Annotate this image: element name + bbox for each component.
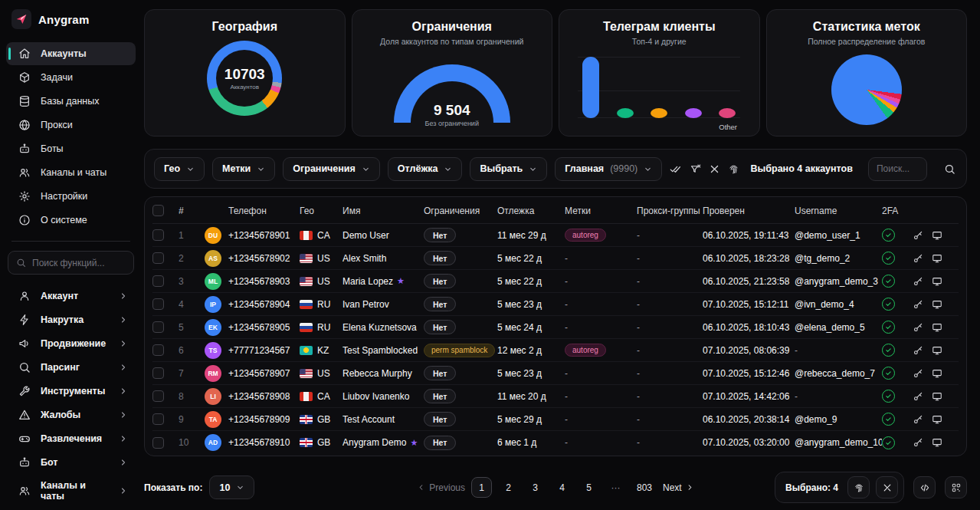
code-icon [919, 482, 930, 493]
row-checkbox[interactable] [152, 413, 164, 425]
monitor-icon[interactable] [932, 299, 942, 310]
row-number: 6 [179, 345, 184, 356]
key-icon[interactable] [913, 414, 923, 425]
monitor-icon[interactable] [932, 322, 942, 333]
sidebar-group-entertainment[interactable]: Развлечения [6, 426, 136, 450]
table-row[interactable]: 9TA+12345678909GBTest AccountНет5 мес 29… [152, 408, 959, 431]
page-button-last[interactable]: 803 [632, 477, 657, 498]
search-submit-button[interactable] [944, 158, 955, 179]
page-button-2[interactable]: 2 [498, 477, 519, 498]
cell-num: 4 [179, 299, 205, 310]
fingerprint-button[interactable] [728, 158, 739, 179]
qr-code-button[interactable] [945, 476, 967, 498]
row-checkbox[interactable] [152, 321, 164, 333]
page-size-select[interactable]: 10 [209, 475, 254, 499]
sidebar-group-boost[interactable]: Накрутка [6, 308, 136, 331]
filter-dropdown-main-db[interactable]: Главная(9990) [555, 157, 662, 181]
next-page-button[interactable]: Next [663, 482, 694, 493]
row-checkbox[interactable] [152, 252, 164, 264]
filter-dropdown-tags[interactable]: Метки [212, 157, 275, 181]
sidebar-item-tasks[interactable]: Задачи [6, 66, 136, 89]
row-checkbox[interactable] [152, 437, 164, 449]
sidebar-group-bot[interactable]: Бот [6, 450, 136, 474]
account-name: Maria Lopez [343, 276, 393, 287]
page-button-4[interactable]: 4 [552, 477, 572, 498]
monitor-icon[interactable] [932, 437, 942, 448]
table-row[interactable]: 1DU+12345678901CADemo UserНет11 мес 29 д… [152, 224, 959, 247]
sidebar-group-account[interactable]: Аккаунт [6, 284, 136, 308]
filter-dropdown-geo[interactable]: Гео [154, 157, 205, 181]
sidebar-group-promotion[interactable]: Продвижение [6, 331, 136, 355]
sidebar-group-parsing[interactable]: Парсинг [6, 355, 136, 379]
selection-fingerprint-button[interactable] [847, 476, 870, 498]
clear-filters-button[interactable] [690, 158, 701, 179]
cell-cb [152, 229, 179, 241]
select-all-checkbox[interactable] [152, 205, 164, 216]
sidebar-search-input[interactable] [32, 258, 126, 268]
monitor-icon[interactable] [932, 276, 942, 287]
row-checkbox[interactable] [152, 298, 164, 310]
key-icon[interactable] [913, 299, 923, 310]
table-search-input[interactable] [877, 163, 919, 174]
row-checkbox[interactable] [152, 275, 164, 287]
key-icon[interactable] [913, 322, 923, 333]
table-row[interactable]: 10AD+12345678910GBAnygram Demo★Нет6 мес … [152, 431, 959, 454]
monitor-icon[interactable] [932, 230, 942, 241]
sidebar-item-channels[interactable]: Каналы и чаты [6, 161, 136, 184]
key-icon[interactable] [913, 345, 923, 356]
select-all-button[interactable] [670, 158, 681, 179]
monitor-icon[interactable] [932, 391, 942, 402]
key-icon[interactable] [913, 230, 923, 241]
page-button-1[interactable]: 1 [471, 477, 492, 498]
sidebar-group-scripts[interactable]: Скрипты [6, 507, 136, 510]
key-icon[interactable] [913, 368, 923, 379]
row-checkbox[interactable] [152, 390, 164, 402]
sidebar-group-tools[interactable]: Инструменты [6, 379, 136, 403]
table-row[interactable]: 2AS+12345678902USAlex SmithНет5 мес 22 д… [152, 247, 959, 270]
previous-page-button[interactable]: Previous [417, 482, 465, 493]
monitor-icon[interactable] [932, 253, 942, 264]
table-row[interactable]: 7RM+12345678907USRebecca MurphyНет5 мес … [152, 362, 959, 385]
cell-num: 5 [179, 322, 205, 333]
filter-dropdown-restrictions[interactable]: Ограничения [283, 157, 380, 181]
cell-restr: perm spamblock [424, 344, 497, 357]
table-row[interactable]: 8LI+12345678908CALiubov IvanenkoНет11 ме… [152, 385, 959, 408]
monitor-icon[interactable] [932, 414, 942, 425]
row-checkbox[interactable] [152, 344, 164, 356]
cell-num: 10 [179, 437, 205, 448]
table-row[interactable]: 6TS+77771234567KZTest Spamblockedperm sp… [152, 339, 959, 362]
key-icon[interactable] [913, 391, 923, 402]
key-icon[interactable] [913, 276, 923, 287]
filter-dropdown-idle[interactable]: Отлёжка [388, 157, 463, 181]
page-button-3[interactable]: 3 [525, 477, 546, 498]
cell-tfa [882, 252, 913, 265]
sidebar-group-label: Продвижение [41, 338, 106, 349]
row-checkbox[interactable] [152, 229, 164, 241]
page-button-5[interactable]: 5 [578, 477, 599, 498]
table-row[interactable]: 4IP+12345678904RUIvan PetrovНет5 мес 23 … [152, 293, 959, 316]
sidebar-item-settings[interactable]: Настройки [6, 185, 136, 208]
key-icon[interactable] [913, 437, 923, 448]
sidebar-item-databases[interactable]: Базы данных [6, 90, 136, 113]
sidebar-item-proxy[interactable]: Прокси [6, 114, 136, 137]
table-search[interactable] [868, 157, 927, 181]
table-row[interactable]: 3ML+12345678903USMaria Lopez★Нет5 мес 22… [152, 270, 959, 293]
sidebar-item-about[interactable]: О системе [6, 209, 136, 232]
selection-clear-button[interactable] [876, 476, 898, 498]
code-view-button[interactable] [913, 476, 936, 498]
table-row[interactable]: 5EK+12345678905RUElena KuznetsovaНет5 ме… [152, 316, 959, 339]
monitor-icon[interactable] [932, 368, 942, 379]
sidebar-search[interactable] [8, 251, 134, 275]
clear-selection-button[interactable] [709, 158, 720, 179]
sidebar-group-complaints[interactable]: Жалобы [6, 403, 136, 426]
row-checkbox[interactable] [152, 367, 164, 379]
cell-restr: Нет [424, 320, 497, 334]
filter-dropdown-select[interactable]: Выбрать [470, 157, 547, 181]
sidebar-group-channels-chats[interactable]: Каналы и чаты [6, 474, 136, 507]
sidebar-item-bots[interactable]: Боты [6, 137, 136, 160]
column-label: # [179, 206, 184, 216]
monitor-icon[interactable] [932, 345, 942, 356]
key-icon[interactable] [913, 253, 923, 264]
sidebar-item-accounts[interactable]: Аккаунты [6, 42, 136, 65]
cell-cb [152, 321, 179, 333]
